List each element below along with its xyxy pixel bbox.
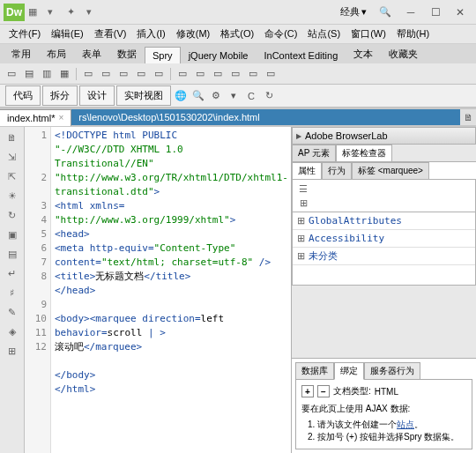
insert-tab[interactable]: jQuery Mobile — [181, 47, 257, 63]
view-button[interactable]: 实时视图 — [116, 85, 171, 106]
menu-item[interactable]: 查看(V) — [89, 26, 132, 42]
expand-icon[interactable]: ⊞ — [296, 215, 305, 226]
separator — [170, 68, 171, 80]
close-button[interactable]: ✕ — [448, 4, 472, 21]
close-icon[interactable]: × — [58, 113, 63, 123]
tool-icon[interactable]: ▤ — [5, 247, 19, 261]
add-button[interactable]: + — [301, 385, 314, 397]
file-icon[interactable]: 🗎 — [460, 109, 476, 125]
refresh-icon[interactable]: ↻ — [5, 208, 19, 222]
spry-tool-icon[interactable]: ▭ — [151, 66, 167, 82]
insert-tab[interactable]: 数据 — [109, 44, 145, 63]
spry-tool-icon[interactable]: ▭ — [133, 66, 149, 82]
view-button[interactable]: 拆分 — [42, 85, 78, 106]
layout-icon[interactable]: ▦ — [28, 6, 41, 19]
menu-item[interactable]: 格式(O) — [215, 26, 259, 42]
browserlab-panel-header[interactable]: ▶ Adobe BrowserLab — [292, 127, 476, 145]
search-icon[interactable]: 🔍 — [379, 6, 391, 19]
property-tab[interactable]: 行为 — [322, 162, 352, 179]
menu-item[interactable]: 命令(C) — [259, 26, 302, 42]
category-view-icon[interactable]: ⊞ — [296, 196, 310, 210]
attribute-group-row[interactable]: ⊞GlobalAttributes — [293, 212, 475, 230]
insert-tabstrip: 常用布局表单数据SpryjQuery MobileInContext Editi… — [0, 44, 476, 63]
view-tool-icon[interactable]: 🔍 — [190, 88, 206, 104]
spry-tool-icon[interactable]: ▭ — [192, 66, 208, 82]
spry-tool-icon[interactable]: ▭ — [263, 66, 279, 82]
spry-tool-icon[interactable]: ▭ — [115, 66, 131, 82]
insert-tab[interactable]: 收藏夹 — [381, 44, 426, 63]
tool-icon[interactable]: ▣ — [5, 227, 19, 241]
document-tabs: index.html* × rs\lenovo\Desktop\15015302… — [0, 108, 476, 127]
spry-tool-icon[interactable]: ▭ — [175, 66, 190, 82]
minimize-button[interactable]: ─ — [398, 4, 423, 21]
attribute-group-row[interactable]: ⊞未分类 — [293, 248, 475, 265]
code-content[interactable]: <!DOCTYPE html PUBLIC"-//W3C//DTD XHTML … — [51, 127, 291, 453]
spry-tool-icon[interactable]: ▦ — [56, 66, 72, 82]
bindings-panel: 数据库绑定服务器行为 + − 文档类型: HTML 要在此页上使用 AJAX 数… — [292, 358, 476, 453]
insert-tab[interactable]: InContext Editing — [256, 47, 346, 63]
wrap-icon[interactable]: ↵ — [5, 266, 19, 280]
view-tool-icon[interactable]: C — [243, 88, 259, 104]
highlight-icon[interactable]: ☀ — [5, 189, 19, 203]
bindings-tabs: 数据库绑定服务器行为 — [295, 362, 472, 380]
code-editor[interactable]: 123456789101112 <!DOCTYPE html PUBLIC"-/… — [25, 127, 291, 453]
dropdown-icon[interactable]: ▾ — [86, 6, 99, 19]
spry-tool-icon[interactable]: ▥ — [39, 66, 55, 82]
insert-tab[interactable]: 文本 — [346, 44, 381, 63]
list-view-icon[interactable]: ☰ — [296, 182, 310, 196]
view-tool-icon[interactable]: ↻ — [261, 88, 277, 104]
spry-tool-icon[interactable]: ▭ — [98, 66, 114, 82]
property-tab[interactable]: 属性 — [292, 162, 322, 179]
chevron-down-icon: ▾ — [361, 6, 367, 18]
menu-item[interactable]: 文件(F) — [4, 26, 46, 42]
insert-toolbar: ▭ ▤ ▥ ▦ ▭ ▭ ▭ ▭ ▭ ▭ ▭ ▭ ▭ ▭ ▭ — [0, 63, 476, 85]
property-tab[interactable]: 标签 <marquee> — [352, 162, 429, 179]
maximize-button[interactable]: ☐ — [423, 4, 448, 21]
spry-tool-icon[interactable]: ▭ — [210, 66, 226, 82]
insert-tab[interactable]: 布局 — [39, 44, 74, 63]
expand-icon[interactable]: ⊞ — [296, 233, 305, 244]
workspace-switcher[interactable]: 经典 ▾ — [335, 4, 372, 20]
menu-item[interactable]: 帮助(H) — [391, 26, 435, 42]
insert-tab[interactable]: Spry — [145, 47, 181, 63]
extend-icon[interactable]: ✦ — [67, 6, 79, 19]
spry-tool-icon[interactable]: ▭ — [227, 66, 243, 82]
tool-icon[interactable]: ⊞ — [5, 344, 19, 358]
file-icon[interactable]: 🗎 — [5, 130, 19, 145]
doc-type-value: HTML — [375, 387, 398, 397]
inspector-tab[interactable]: 标签检查器 — [336, 145, 392, 161]
insert-tab[interactable]: 常用 — [4, 44, 39, 63]
view-tool-icon[interactable]: ▾ — [226, 88, 242, 104]
menu-item[interactable]: 编辑(E) — [46, 26, 89, 42]
bindings-tab[interactable]: 绑定 — [334, 362, 364, 380]
attr-group-label: Accessibility — [309, 233, 384, 244]
inspector-tab[interactable]: AP 元素 — [292, 145, 336, 161]
view-tool-icon[interactable]: ⚙ — [208, 88, 224, 104]
collapse-icon[interactable]: ⇲ — [5, 150, 19, 164]
menu-item[interactable]: 窗口(W) — [346, 26, 391, 42]
insert-tab[interactable]: 表单 — [74, 44, 109, 63]
view-tool-icon[interactable]: 🌐 — [173, 88, 189, 104]
code-toolbar-rail: 🗎 ⇲ ⇱ ☀ ↻ ▣ ▤ ↵ ♯ ✎ ◈ ⊞ — [0, 127, 25, 453]
bindings-tab[interactable]: 数据库 — [295, 362, 334, 380]
tool-icon[interactable]: ♯ — [5, 286, 19, 300]
menu-item[interactable]: 修改(M) — [171, 26, 216, 42]
menu-item[interactable]: 插入(I) — [131, 26, 170, 42]
spry-tool-icon[interactable]: ▭ — [4, 66, 19, 82]
spry-tool-icon[interactable]: ▭ — [245, 66, 261, 82]
remove-button[interactable]: − — [317, 385, 330, 397]
dropdown-icon[interactable]: ▾ — [48, 6, 60, 19]
spry-tool-icon[interactable]: ▤ — [21, 66, 37, 82]
format-icon[interactable]: ✎ — [5, 305, 19, 319]
expand-icon[interactable]: ⇱ — [5, 169, 19, 183]
menu-item[interactable]: 站点(S) — [302, 26, 346, 42]
view-button[interactable]: 设计 — [79, 85, 115, 106]
spry-tool-icon[interactable]: ▭ — [80, 66, 96, 82]
bindings-tab[interactable]: 服务器行为 — [364, 362, 420, 380]
attribute-group-row[interactable]: ⊞Accessibility — [293, 230, 475, 248]
view-button[interactable]: 代码 — [5, 85, 41, 106]
document-tab[interactable]: index.html* × — [0, 109, 71, 126]
tool-icon[interactable]: ◈ — [5, 324, 19, 338]
document-path: rs\lenovo\Desktop\1501530202\index.html — [71, 109, 460, 125]
expand-icon[interactable]: ⊞ — [296, 250, 305, 262]
